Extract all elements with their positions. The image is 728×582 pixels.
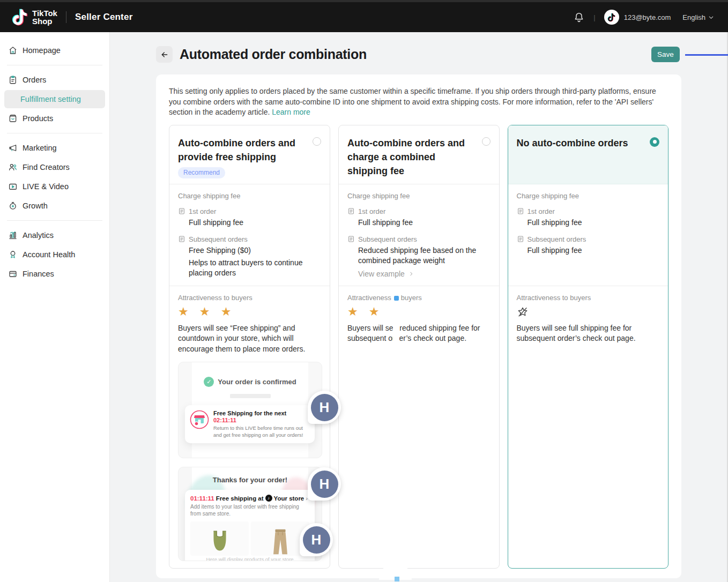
language-label: English (682, 13, 705, 21)
offer-body: Add items to your last order with free s… (190, 503, 309, 517)
order-doc-icon (178, 207, 185, 215)
comment-pin[interactable]: H (300, 523, 333, 556)
first-order-label: 1st order (189, 207, 216, 215)
attractiveness-label: Attractiveness to buyers (178, 294, 321, 302)
notification-bell-icon[interactable] (573, 11, 585, 23)
language-selector[interactable]: English (682, 13, 714, 21)
thanks-title: Thanks for your order! (179, 467, 322, 484)
sidebar-item-account-health[interactable]: Account Health (0, 245, 109, 264)
recommend-badge: Recommend (178, 167, 225, 178)
finances-icon (8, 269, 18, 279)
order-doc-icon (517, 235, 524, 243)
sidebar-divider (7, 65, 102, 65)
charge-shipping-fee-label: Charge shipping fee (178, 192, 321, 200)
pin-avatar: H (311, 471, 338, 498)
first-order-value: Full shipping fee (358, 218, 491, 228)
sidebar-item-finances[interactable]: Finances (0, 264, 109, 283)
intro-paragraph: This setting only applies to orders plac… (169, 86, 665, 118)
seller-center-title: Seller Center (75, 12, 132, 23)
orders-icon (8, 75, 18, 85)
store-offer-card: 01:11:11 Free shipping at ♪ Your store ›… (185, 490, 315, 561)
free-shipping-toast: Free Shipping for the next 02:11:11 Retu… (185, 405, 315, 443)
store-name: Your store (274, 495, 304, 502)
radio-combined-fee[interactable] (482, 137, 491, 146)
subsequent-orders-label: Subsequent orders (528, 235, 586, 243)
sidebar-item-label: Analytics (23, 231, 54, 240)
sidebar-item-orders[interactable]: Orders (0, 70, 109, 89)
green-check-icon: ✓ (204, 377, 214, 387)
settings-panel: This setting only applies to orders plac… (156, 74, 681, 578)
radio-free-shipping[interactable] (313, 137, 321, 146)
back-arrow-icon (160, 50, 169, 59)
view-example-link[interactable]: View example (358, 270, 491, 278)
sidebar-item-find-creators[interactable]: Find Creators (0, 158, 109, 177)
star-rating: ★ ★ ★ (178, 305, 321, 319)
radio-no-auto-combine[interactable] (650, 137, 659, 147)
sidebar-item-label: Find Creators (23, 163, 70, 171)
star-rating: ★ ★ (347, 305, 491, 319)
attractiveness-text: Buyers will see reduced shipping fee for… (347, 323, 491, 344)
option-card-free-shipping[interactable]: Auto-combine orders and provide free shi… (169, 125, 330, 569)
option-title: No auto-combine orders (517, 136, 660, 150)
brand-line1: TikTok (32, 9, 57, 17)
intro-text: This setting only applies to orders plac… (169, 87, 656, 116)
comment-pin[interactable]: H (308, 391, 341, 424)
option-card-no-auto-combine[interactable]: No auto-combine orders Charge shipping f… (508, 125, 669, 569)
sidebar-item-marketing[interactable]: Marketing (0, 138, 109, 158)
annotation-line (685, 54, 728, 56)
sidebar-item-analytics[interactable]: Analytics (0, 226, 109, 245)
topbar: TikTok Shop Seller Center | 123@byte.com… (0, 0, 728, 32)
sidebar-item-label: Fulfillment setting (20, 95, 81, 103)
sidebar-item-label: Account Health (23, 250, 75, 259)
tiktok-shop-logo[interactable]: TikTok Shop (12, 8, 57, 26)
sidebar-item-products[interactable]: Products (0, 109, 109, 128)
sidebar-item-live-video[interactable]: LIVE & Video (0, 177, 109, 196)
offer-headline: Free shipping at (216, 495, 264, 502)
option-card-combined-fee[interactable]: Auto-combine orders and charge a combine… (338, 125, 500, 569)
order-doc-icon (347, 207, 355, 215)
topbar-pipe: | (593, 13, 595, 21)
sidebar-divider (7, 220, 102, 221)
account-avatar[interactable] (604, 10, 619, 25)
first-order-value: Full shipping fee (528, 218, 660, 228)
home-icon (8, 46, 18, 55)
order-doc-icon (178, 235, 185, 243)
sidebar-item-label: LIVE & Video (23, 182, 69, 191)
sidebar-item-label: Homepage (23, 46, 61, 55)
storefront-icon (190, 410, 209, 429)
sidebar-item-fulfillment-setting[interactable]: Fulfillment setting (4, 90, 105, 108)
product-tile-tank-top (190, 521, 249, 556)
save-button[interactable]: Save (651, 47, 680, 62)
attractiveness-text: Buyers will see “Free shipping” and coun… (178, 323, 321, 355)
order-confirmed-text: Your order is confirmed (218, 378, 296, 386)
view-example-label: View example (358, 270, 405, 278)
collab-cursor-icon (394, 296, 399, 301)
order-doc-icon (517, 207, 524, 215)
order-doc-icon (347, 235, 355, 243)
attractiveness-label: Attractiveness to buyers (517, 294, 660, 302)
charge-shipping-fee-label: Charge shipping fee (517, 192, 660, 200)
attractiveness-label: Attractiveness to buyers (347, 294, 491, 302)
tiktok-avatar-icon (607, 13, 615, 22)
option-title: Auto-combine orders and provide free shi… (178, 136, 321, 164)
sidebar-item-growth[interactable]: Growth (0, 196, 109, 215)
first-order-label: 1st order (528, 207, 555, 215)
learn-more-link[interactable]: Learn more (272, 108, 310, 116)
back-button[interactable] (156, 46, 173, 63)
page-title: Automated order combination (180, 47, 644, 62)
sidebar-item-label: Growth (23, 202, 48, 210)
account-health-icon (8, 250, 18, 259)
option-title: Auto-combine orders and charge a combine… (347, 136, 491, 178)
sidebar-item-label: Finances (23, 270, 54, 278)
your-store-logo-icon: ♪ (265, 495, 272, 502)
sidebar-item-homepage[interactable]: Homepage (0, 41, 109, 60)
account-email[interactable]: 123@byte.com (624, 13, 671, 21)
crossed-star-icon (517, 306, 529, 318)
comment-pin[interactable]: H (308, 467, 341, 501)
first-order-value: Full shipping fee (189, 218, 321, 228)
megaphone-icon (8, 143, 18, 153)
charge-shipping-fee-label: Charge shipping fee (347, 192, 491, 200)
sidebar: Homepage Orders Fulfillment setting Prod… (0, 32, 110, 582)
tiktok-note-icon (12, 8, 28, 26)
main-content: Automated order combination Save This se… (110, 32, 728, 582)
